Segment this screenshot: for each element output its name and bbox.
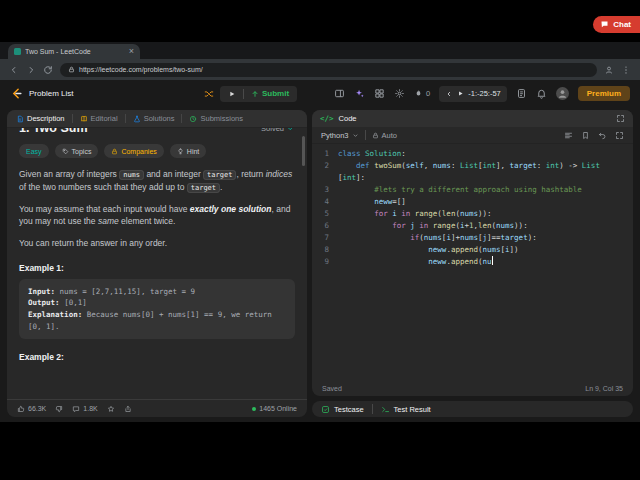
leetcode-logo[interactable] bbox=[10, 87, 23, 100]
hint-label: Hint bbox=[187, 148, 199, 155]
format-icon[interactable] bbox=[564, 131, 573, 140]
lock-icon bbox=[68, 66, 75, 73]
chat-button[interactable]: Chat bbox=[593, 16, 640, 33]
layout-icon[interactable] bbox=[334, 88, 345, 99]
chat-icon bbox=[600, 20, 609, 29]
tab-close-icon[interactable]: × bbox=[129, 47, 134, 56]
divider bbox=[181, 114, 182, 123]
tab-description[interactable]: Description bbox=[16, 114, 65, 123]
terminal-icon bbox=[381, 405, 390, 414]
difficulty-badge[interactable]: Easy bbox=[19, 144, 49, 158]
hint-badge[interactable]: Hint bbox=[170, 144, 206, 158]
browser-tab-strip: Two Sum - LeetCode × bbox=[0, 42, 640, 59]
run-icon[interactable] bbox=[228, 90, 236, 98]
example-1-block: Input: nums = [2,7,11,15], target = 9Out… bbox=[19, 279, 295, 340]
testcase-check-icon bbox=[321, 405, 330, 414]
online-count: 1465 Online bbox=[252, 405, 297, 412]
cursor-position: Ln 9, Col 35 bbox=[585, 385, 623, 392]
tab-test-result[interactable]: Test Result bbox=[381, 405, 431, 414]
url-text: https://leetcode.com/problems/two-sum/ bbox=[79, 66, 203, 73]
divider bbox=[365, 130, 366, 140]
submit-button[interactable]: Submit bbox=[251, 89, 289, 98]
example-1-heading: Example 1: bbox=[19, 263, 295, 273]
star-icon bbox=[107, 405, 115, 413]
problem-list-link[interactable]: Problem List bbox=[29, 89, 73, 98]
undo-icon[interactable] bbox=[598, 131, 607, 140]
chat-label: Chat bbox=[613, 20, 631, 29]
companies-label: Companies bbox=[121, 148, 156, 155]
topics-badge[interactable]: Topics bbox=[55, 144, 99, 158]
share-button[interactable] bbox=[124, 405, 132, 413]
description-icon bbox=[16, 115, 24, 123]
problem-statement: Given an array of integers nums and an i… bbox=[19, 168, 295, 250]
companies-badge[interactable]: Companies bbox=[104, 144, 163, 158]
refresh-icon[interactable] bbox=[43, 65, 53, 75]
shuffle-icon[interactable] bbox=[204, 89, 214, 99]
tab-editorial[interactable]: Editorial bbox=[80, 114, 118, 123]
dislike-button[interactable] bbox=[55, 405, 63, 413]
timer-play-icon bbox=[457, 90, 464, 97]
sparkle-icon[interactable] bbox=[354, 88, 365, 99]
url-bar[interactable]: https://leetcode.com/problems/two-sum/ bbox=[60, 63, 597, 77]
grid-icon[interactable] bbox=[374, 88, 385, 99]
topics-label: Topics bbox=[72, 148, 92, 155]
tag-icon bbox=[62, 148, 69, 155]
premium-button[interactable]: Premium bbox=[578, 86, 630, 101]
browser-window: Two Sum - LeetCode × https://leetcode.co… bbox=[0, 42, 640, 422]
testcase-bar: Testcase Test Result bbox=[312, 401, 633, 417]
avatar[interactable] bbox=[556, 87, 569, 100]
tab-title: Two Sum - LeetCode bbox=[25, 48, 125, 55]
bookmark-icon[interactable] bbox=[581, 131, 590, 140]
expand-button[interactable] bbox=[616, 114, 625, 123]
language-selector[interactable]: Python3 bbox=[321, 131, 359, 140]
submit-label: Submit bbox=[262, 89, 289, 98]
gear-icon[interactable] bbox=[394, 88, 405, 99]
submissions-icon bbox=[189, 115, 197, 123]
scrollbar-thumb[interactable] bbox=[302, 136, 305, 166]
online-dot bbox=[252, 407, 256, 411]
tab-solutions[interactable]: Solutions bbox=[133, 114, 175, 123]
online-label: 1465 Online bbox=[259, 405, 297, 412]
streak-counter[interactable]: 0 bbox=[414, 89, 430, 98]
back-icon[interactable] bbox=[9, 65, 19, 75]
divider bbox=[125, 114, 126, 123]
browser-toolbar: https://leetcode.com/problems/two-sum/ bbox=[0, 59, 640, 80]
hint-bulb-icon bbox=[177, 148, 184, 155]
editor-status-bar: Saved Ln 9, Col 35 bbox=[312, 381, 633, 396]
like-count: 66.3K bbox=[28, 405, 46, 412]
thumbs-up-icon bbox=[17, 405, 25, 413]
problem-content: 1. Two Sum Solved Easy Topics bbox=[7, 128, 307, 399]
comment-icon bbox=[72, 405, 80, 413]
favorite-button[interactable] bbox=[107, 405, 115, 413]
chevron-down-icon bbox=[352, 132, 359, 139]
tab-testcase[interactable]: Testcase bbox=[321, 405, 364, 414]
bell-icon[interactable] bbox=[536, 88, 547, 99]
auto-label: Auto bbox=[382, 131, 397, 140]
language-label: Python3 bbox=[321, 131, 349, 140]
leetcode-header: Problem List Submit bbox=[0, 80, 640, 107]
code-panel-header: </> Code bbox=[312, 110, 633, 127]
tab-favicon-icon bbox=[14, 48, 21, 55]
timer-value: -1:-25:-57 bbox=[468, 89, 501, 98]
tab-description-label: Description bbox=[27, 114, 65, 123]
problem-title: 1. Two Sum bbox=[19, 128, 88, 135]
auto-lock-icon bbox=[372, 132, 379, 139]
note-icon[interactable] bbox=[516, 88, 527, 99]
testcase-label: Testcase bbox=[334, 405, 364, 414]
code-editor[interactable]: 1class Solution:2 def twoSum(self, nums:… bbox=[312, 144, 633, 381]
editorial-icon bbox=[80, 115, 88, 123]
auto-toggle[interactable]: Auto bbox=[372, 131, 397, 140]
run-submit-group: Submit bbox=[220, 86, 297, 102]
timer-widget[interactable]: -1:-25:-57 bbox=[439, 86, 507, 102]
profile-icon[interactable] bbox=[604, 65, 614, 75]
tab-submissions[interactable]: Submissions bbox=[189, 114, 243, 123]
editor-expand-icon[interactable] bbox=[615, 131, 624, 140]
divider bbox=[243, 89, 244, 99]
divider bbox=[372, 404, 373, 414]
code-panel-title: Code bbox=[339, 114, 357, 123]
comments-button[interactable]: 1.8K bbox=[72, 405, 97, 413]
browser-tab[interactable]: Two Sum - LeetCode × bbox=[8, 44, 140, 59]
like-button[interactable]: 66.3K bbox=[17, 405, 46, 413]
forward-icon[interactable] bbox=[26, 65, 36, 75]
menu-dots-icon[interactable] bbox=[621, 65, 631, 75]
